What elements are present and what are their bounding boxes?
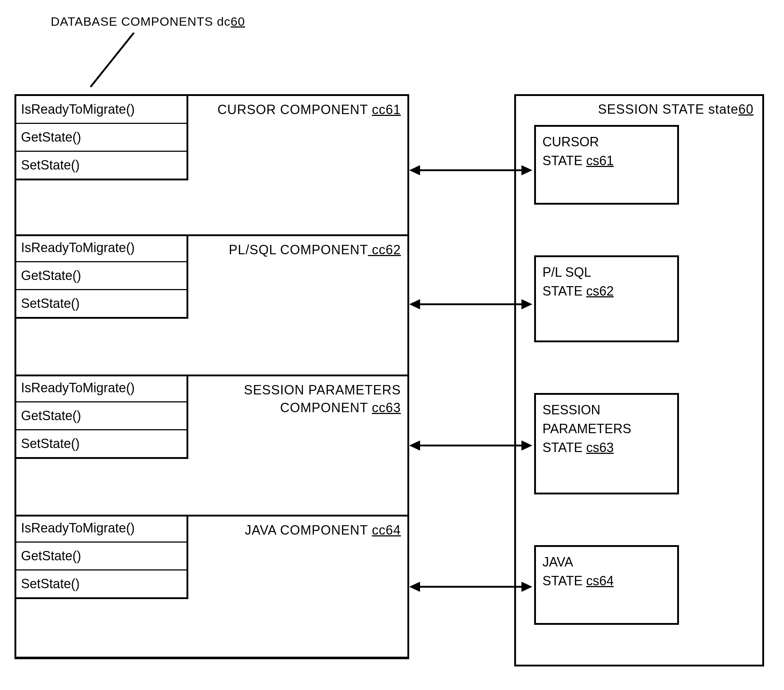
session-params-state-box: SESSION PARAMETERS STATE cs63	[534, 393, 679, 494]
method-getstate: GetState()	[15, 543, 186, 570]
method-getstate: GetState()	[15, 124, 186, 152]
diagram-root: DATABASE COMPONENTS dc60 IsReadyToMigrat…	[15, 15, 769, 675]
cursor-component-block: IsReadyToMigrate() GetState() SetState()…	[16, 96, 407, 234]
java-component-block: IsReadyToMigrate() GetState() SetState()…	[16, 515, 407, 655]
svg-marker-12	[522, 582, 532, 592]
pointer-line	[87, 33, 145, 91]
svg-marker-6	[522, 299, 532, 309]
session-params-component-block: IsReadyToMigrate() GetState() SetState()…	[16, 374, 407, 515]
session-state-title: SESSION STATE state60	[525, 102, 754, 117]
cursor-methods: IsReadyToMigrate() GetState() SetState()	[15, 96, 188, 180]
method-isready: IsReadyToMigrate()	[15, 96, 186, 124]
java-component-label: JAVA COMPONENT cc64	[245, 522, 401, 539]
header-text: DATABASE COMPONENTS dc	[51, 15, 231, 28]
header-ref: 60	[231, 15, 245, 28]
svg-marker-9	[522, 440, 532, 451]
cursor-state-box: CURSOR STATE cs61	[534, 125, 679, 205]
plsql-methods: IsReadyToMigrate() GetState() SetState()	[15, 234, 188, 319]
method-getstate: GetState()	[15, 402, 186, 430]
java-methods: IsReadyToMigrate() GetState() SetState()	[15, 515, 188, 599]
arrow-plsql	[405, 297, 536, 311]
svg-marker-5	[409, 299, 420, 309]
java-state-box: JAVA STATE cs64	[534, 545, 679, 625]
cursor-component-label: CURSOR COMPONENT cc61	[217, 101, 401, 119]
method-isready: IsReadyToMigrate()	[15, 515, 186, 543]
arrow-cursor	[405, 163, 536, 178]
plsql-component-block: IsReadyToMigrate() GetState() SetState()…	[16, 234, 407, 374]
method-setstate: SetState()	[15, 430, 186, 457]
method-setstate: SetState()	[15, 152, 186, 179]
arrow-java	[405, 580, 536, 594]
session-params-component-label: SESSION PARAMETERS COMPONENT cc63	[244, 381, 401, 417]
method-setstate: SetState()	[15, 290, 186, 317]
session-params-methods: IsReadyToMigrate() GetState() SetState()	[15, 374, 188, 459]
svg-marker-11	[409, 582, 420, 592]
plsql-state-box: P/L SQL STATE cs62	[534, 255, 679, 342]
header-label: DATABASE COMPONENTS dc60	[51, 15, 245, 29]
method-isready: IsReadyToMigrate()	[15, 234, 186, 262]
plsql-component-label: PL/SQL COMPONENT cc62	[229, 241, 401, 259]
svg-line-0	[91, 33, 134, 87]
method-getstate: GetState()	[15, 262, 186, 290]
method-setstate: SetState()	[15, 570, 186, 597]
method-isready: IsReadyToMigrate()	[15, 374, 186, 402]
arrow-session-params	[405, 438, 536, 453]
svg-marker-3	[522, 165, 532, 175]
database-components-box: IsReadyToMigrate() GetState() SetState()…	[15, 94, 409, 659]
session-state-box: SESSION STATE state60 CURSOR STATE cs61 …	[514, 94, 764, 667]
svg-marker-8	[409, 440, 420, 451]
svg-marker-2	[409, 165, 420, 175]
